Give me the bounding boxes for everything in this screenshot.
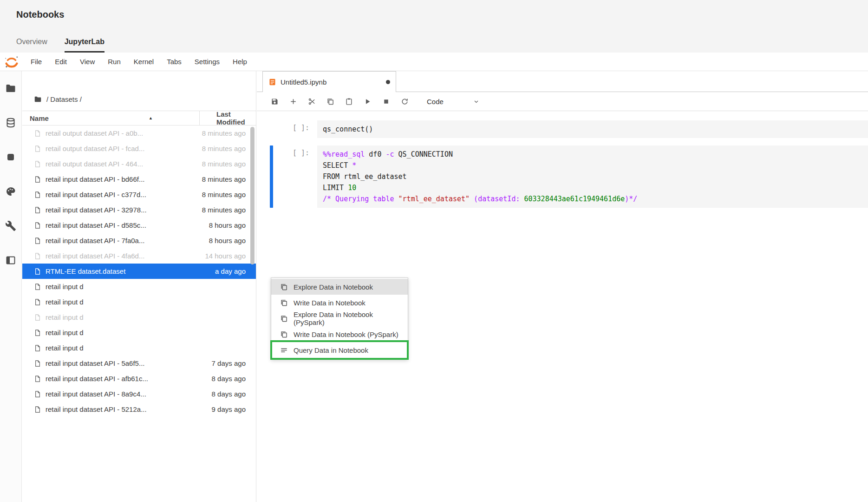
sidebar-tab-stop[interactable] [0,140,22,174]
file-modified: 8 minutes ago [202,145,256,152]
file-row[interactable]: retail input d [22,340,256,356]
menu-run[interactable]: Run [101,53,127,71]
tab-jupyterlab[interactable]: JupyterLab [65,38,104,53]
file-row[interactable]: retail output dataset API - a0b...8 minu… [22,126,256,141]
file-name: retail input dataset API - 8a9c4... [46,390,212,398]
file-modified: 8 minutes ago [202,175,256,183]
unsaved-changes-indicator [386,80,390,84]
notebook-icon [268,78,276,86]
file-name: retail input dataset API - d585c... [46,221,209,229]
file-row[interactable]: retail input dataset API - 32978...8 min… [22,202,256,218]
copy-icon [280,315,288,323]
file-row[interactable]: retail output dataset API - fcad...8 min… [22,141,256,156]
context-item-explore-data-in-notebook-pyspark[interactable]: Explore Data in Notebook (PySpark) [271,310,408,326]
column-header-name[interactable]: Name ▲ [22,111,199,125]
sidebar-tab-database[interactable] [0,106,22,140]
file-row[interactable]: retail input dataset API - 4fa6d...14 ho… [22,248,256,264]
file-name: retail output dataset API - 464... [46,160,202,168]
file-name: retail output dataset API - a0b... [46,129,202,137]
context-item-write-data-in-notebook[interactable]: Write Data in Notebook [271,295,408,310]
context-item-label: Write Data in Notebook (PySpark) [294,330,398,338]
notebook-toolbar: Code [257,92,868,111]
file-icon [34,344,41,352]
file-modified: 9 days ago [212,405,256,413]
file-row[interactable]: retail input dataset API - c377d...8 min… [22,187,256,202]
file-icon [34,191,41,198]
file-icon [34,314,41,321]
file-icon [34,298,41,306]
file-name: retail input dataset API - afb61c... [46,375,212,383]
menu-edit[interactable]: Edit [48,53,73,71]
notebook-tab[interactable]: Untitled5.ipynb [262,71,396,92]
sidebar-tab-wrench[interactable] [0,209,22,243]
file-list-scrollbar[interactable] [250,127,255,264]
context-item-query-data-in-notebook[interactable]: Query Data in Notebook [271,342,408,358]
menu-file[interactable]: File [24,53,48,71]
file-row[interactable]: RTML-EE dataset.dataseta day ago [22,264,256,279]
sort-ascending-icon[interactable]: ▲ [149,116,153,120]
sidebar-tab-panel[interactable] [0,243,22,277]
column-header-modified[interactable]: Last Modified [199,111,256,125]
file-row[interactable]: retail input d [22,294,256,310]
tab-overview[interactable]: Overview [16,38,47,53]
palette-icon [5,186,16,197]
save-button[interactable] [271,98,279,106]
breadcrumb[interactable]: / Datasets / [34,95,82,103]
context-item-write-data-in-notebook-pyspark[interactable]: Write Data in Notebook (PySpark) [271,326,408,342]
restart-button[interactable] [401,98,409,106]
activity-bar [0,71,22,502]
cut-button[interactable] [308,98,316,106]
sidebar-tab-palette[interactable] [0,174,22,209]
cell-prompt: [ ]: [257,145,317,208]
file-modified: a day ago [215,267,256,275]
breadcrumb-path: / Datasets / [46,95,82,103]
folder-icon [34,95,42,103]
context-item-label: Explore Data in Notebook [294,283,373,291]
paste-button[interactable] [345,98,353,106]
file-row[interactable]: retail input dataset API - 5212a...9 day… [22,402,256,417]
file-row[interactable]: retail output dataset API - 464...8 minu… [22,156,256,172]
file-icon [34,145,41,152]
file-row[interactable]: retail input d [22,279,256,294]
add-button[interactable] [289,98,297,106]
file-icon [34,176,41,183]
menu-view[interactable]: View [73,53,101,71]
cell-type-select[interactable]: Code [427,98,444,106]
file-row[interactable]: retail input dataset API - d585c...8 hou… [22,218,256,233]
notebook-tabbar: Untitled5.ipynb [257,71,868,92]
context-item-label: Explore Data in Notebook (PySpark) [294,310,402,326]
file-icon [34,268,41,275]
sidebar-tab-folder[interactable] [0,71,22,106]
wrench-icon [5,220,16,231]
chevron-down-icon[interactable] [473,98,480,105]
menu-tabs[interactable]: Tabs [160,53,188,71]
run-button[interactable] [364,98,372,106]
file-icon [34,329,41,337]
cell-editor[interactable]: qs_connect() [317,120,868,138]
page-title: Notebooks [16,9,64,20]
file-row[interactable]: retail input dataset API - 5a6f5...7 day… [22,356,256,371]
menu-settings[interactable]: Settings [188,53,226,71]
file-row[interactable]: retail input dataset API - 7fa0a...8 hou… [22,233,256,248]
menu-help[interactable]: Help [226,53,254,71]
main-area: / Datasets / Name ▲ Last Modified retail… [0,71,868,502]
notebook-cell[interactable]: [ ]:qs_connect() [257,120,868,138]
file-icon [34,222,41,229]
file-row[interactable]: retail input dataset API - afb61c...8 da… [22,371,256,386]
file-modified: 8 hours ago [209,221,256,229]
menu-kernel[interactable]: Kernel [127,53,160,71]
file-modified: 8 minutes ago [202,160,256,168]
file-row[interactable]: retail input dataset API - bd66f...8 min… [22,172,256,187]
file-name: retail input dataset API - 5212a... [46,405,212,413]
cell-editor[interactable]: %%read_sql df0 -c QS_CONNECTIONSELECT *F… [317,145,868,208]
file-icon [34,406,41,413]
stop-button[interactable] [382,98,390,106]
file-row[interactable]: retail input d [22,325,256,340]
file-row[interactable]: retail input d [22,310,256,325]
file-modified: 8 days ago [212,390,256,398]
file-row[interactable]: retail input dataset API - 8a9c4...8 day… [22,386,256,402]
notebook-cell[interactable]: [ ]:%%read_sql df0 -c QS_CONNECTIONSELEC… [257,145,868,208]
context-item-explore-data-in-notebook[interactable]: Explore Data in Notebook [271,279,408,295]
jupyter-logo-icon [4,55,20,69]
copy-button[interactable] [326,98,334,106]
